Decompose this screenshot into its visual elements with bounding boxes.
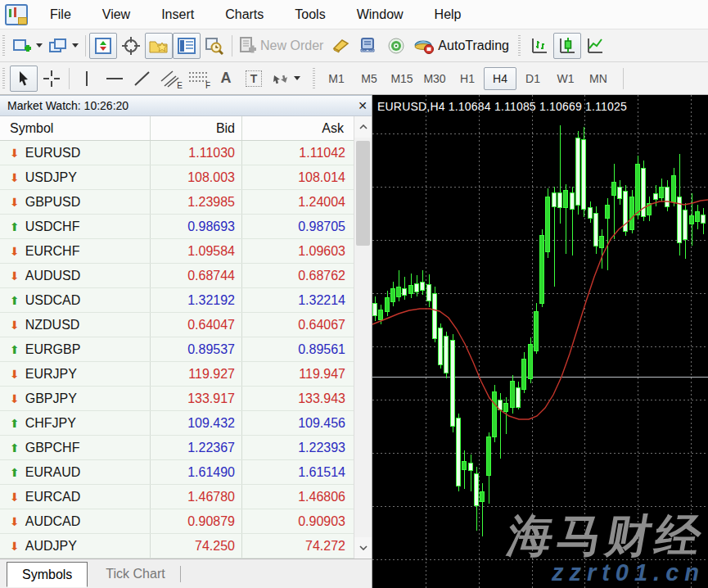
- timeframe-h4[interactable]: H4: [484, 67, 516, 90]
- down-arrow-icon: ⬇: [10, 197, 20, 208]
- timeframe-mn[interactable]: MN: [582, 67, 615, 90]
- close-icon[interactable]: ✕: [354, 99, 372, 112]
- vertical-line-button[interactable]: [73, 66, 101, 92]
- tab-symbols[interactable]: Symbols: [7, 562, 88, 587]
- navigator-toggle-button[interactable]: [145, 33, 173, 59]
- symbol-row-usdjpy[interactable]: ⬇USDJPY108.003108.014: [0, 165, 354, 190]
- text-label-button[interactable]: T: [240, 66, 268, 92]
- market-watch-toggle-button[interactable]: [89, 33, 117, 59]
- new-chart-button[interactable]: [10, 33, 46, 59]
- cursor-button[interactable]: [10, 66, 38, 92]
- data-window-button[interactable]: [117, 33, 145, 59]
- chart-pane[interactable]: EURUSD,H4 1.10684 1.11085 1.10669 1.1102…: [372, 95, 708, 588]
- column-header-bid[interactable]: Bid: [151, 116, 242, 140]
- market-button[interactable]: [382, 33, 410, 59]
- menu-item-file[interactable]: File: [34, 7, 87, 22]
- scrollbar-thumb[interactable]: [356, 141, 370, 246]
- symbol-row-audcad[interactable]: ⬇AUDCAD0.908790.90903: [0, 509, 354, 534]
- symbol-row-usdchf[interactable]: ⬆USDCHF0.986930.98705: [0, 215, 354, 239]
- ask-value: 1.22393: [242, 436, 354, 459]
- trendline-button[interactable]: [129, 66, 156, 92]
- bid-value: 1.46780: [151, 485, 242, 509]
- symbol-name: USDCHF: [25, 219, 80, 234]
- menu-item-view[interactable]: View: [87, 7, 146, 22]
- symbol-row-chfjpy[interactable]: ⬆CHFJPY109.432109.456: [0, 411, 354, 436]
- down-arrow-icon: ⬇: [10, 393, 20, 405]
- moving-average-line: [372, 200, 708, 419]
- menu-item-help[interactable]: Help: [419, 7, 477, 22]
- symbol-row-gbpjpy[interactable]: ⬇GBPJPY133.917133.943: [0, 387, 354, 411]
- timeframe-m15[interactable]: M15: [386, 67, 418, 90]
- ask-value: 119.947: [242, 362, 354, 386]
- market-watch-tabs: Symbols Tick Chart: [0, 559, 372, 588]
- terminal-toggle-button[interactable]: [173, 33, 201, 59]
- timeframe-m1[interactable]: M1: [320, 67, 353, 90]
- arrows-dropdown-caret: [294, 76, 300, 80]
- symbol-row-eurgbp[interactable]: ⬆EURGBP0.895370.89561: [0, 337, 354, 362]
- ask-value: 0.90903: [242, 509, 354, 533]
- toolbar-grip[interactable]: [2, 68, 7, 89]
- timeframe-m30[interactable]: M30: [418, 67, 451, 90]
- symbol-row-eurchf[interactable]: ⬇EURCHF1.095841.09603: [0, 239, 354, 264]
- market-watch-titlebar[interactable]: Market Watch: 10:26:20 ✕: [0, 95, 372, 116]
- scroll-up-button[interactable]: [354, 116, 372, 138]
- symbol-row-audjpy[interactable]: ⬇AUDJPY74.25074.272: [0, 534, 354, 559]
- ask-value: 1.11042: [242, 141, 354, 165]
- candlestick-icon: [557, 36, 577, 56]
- down-arrow-icon: ⬇: [10, 491, 20, 503]
- symbol-row-audusd[interactable]: ⬇AUDUSD0.687440.68762: [0, 264, 354, 288]
- line-chart-button[interactable]: [581, 33, 609, 59]
- scroll-down-button[interactable]: [354, 537, 372, 559]
- toolbar-grip[interactable]: [312, 68, 318, 89]
- candlestick-button[interactable]: [553, 33, 581, 59]
- fibonacci-button[interactable]: F: [184, 66, 212, 92]
- crosshair-button[interactable]: [38, 66, 65, 92]
- symbol-row-usdcad[interactable]: ⬆USDCAD1.321921.32214: [0, 288, 354, 313]
- toolbar-grip[interactable]: [517, 35, 523, 57]
- autotrading-button[interactable]: AutoTrading: [410, 33, 512, 59]
- symbol-row-eurusd[interactable]: ⬇EURUSD1.110301.11042: [0, 141, 354, 165]
- equidistant-channel-button[interactable]: E: [156, 66, 184, 92]
- symbol-row-nzdusd[interactable]: ⬇NZDUSD0.640470.64067: [0, 313, 354, 337]
- symbol-name: EURCAD: [25, 490, 81, 504]
- bid-value: 74.250: [151, 534, 242, 558]
- arrows-tool-button[interactable]: [268, 66, 304, 92]
- column-header-ask[interactable]: Ask: [242, 116, 354, 140]
- scrollbar[interactable]: [354, 116, 372, 559]
- ask-value: 0.89561: [242, 337, 354, 361]
- symbol-name: AUDJPY: [25, 539, 77, 554]
- column-header-symbol[interactable]: Symbol: [0, 116, 151, 140]
- symbol-row-euraud[interactable]: ⬆EURAUD1.614901.61514: [0, 460, 354, 485]
- profiles-button[interactable]: [46, 33, 82, 59]
- horizontal-line-button[interactable]: [101, 66, 129, 92]
- strategy-tester-button[interactable]: [201, 33, 228, 59]
- toolbar-separator: [232, 35, 232, 57]
- symbol-row-eurcad[interactable]: ⬇EURCAD1.467801.46806: [0, 485, 354, 509]
- menu-item-charts[interactable]: Charts: [210, 7, 279, 22]
- menu-item-tools[interactable]: Tools: [279, 7, 340, 22]
- symbol-row-gbpchf[interactable]: ⬆GBPCHF1.223671.22393: [0, 436, 354, 460]
- text-button[interactable]: A: [212, 66, 240, 92]
- symbol-row-eurjpy[interactable]: ⬇EURJPY119.927119.947: [0, 362, 354, 387]
- text-tool-icon: A: [221, 70, 232, 87]
- tab-tick-chart[interactable]: Tick Chart: [91, 562, 179, 586]
- menu-item-insert[interactable]: Insert: [146, 7, 210, 22]
- autotrading-label: AutoTrading: [438, 38, 509, 53]
- ask-value: 108.014: [242, 165, 354, 189]
- timeframe-w1[interactable]: W1: [549, 67, 582, 90]
- bid-value: 0.89537: [151, 337, 242, 361]
- ask-value: 74.272: [242, 534, 354, 558]
- ask-value: 133.943: [242, 387, 354, 410]
- mql5-community-button[interactable]: [354, 33, 382, 59]
- timeframe-m5[interactable]: M5: [353, 67, 386, 90]
- horizontal-line-icon: [105, 75, 124, 83]
- bar-chart-button[interactable]: [525, 33, 553, 59]
- trendline-icon: [133, 70, 151, 88]
- timeframe-h1[interactable]: H1: [451, 67, 484, 90]
- new-order-button[interactable]: New Order: [236, 33, 327, 59]
- symbol-row-gbpusd[interactable]: ⬇GBPUSD1.239851.24004: [0, 190, 354, 215]
- metaeditor-button[interactable]: [327, 33, 354, 59]
- toolbar-grip[interactable]: [2, 35, 7, 57]
- timeframe-d1[interactable]: D1: [516, 67, 549, 90]
- menu-item-window[interactable]: Window: [341, 7, 419, 22]
